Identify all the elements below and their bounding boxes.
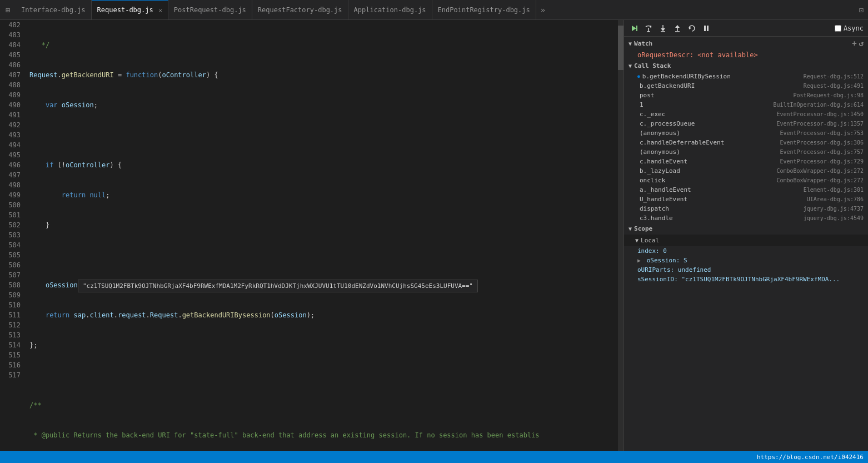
svg-marker-11	[689, 27, 691, 29]
watch-item-0: oRequestDescr: <not available>	[624, 50, 868, 60]
code-lines[interactable]: */ Request.getBackendURI = function(oCon…	[25, 20, 618, 451]
scope-local-arrow-icon: ▼	[635, 237, 638, 243]
scope-local-index: index: 0	[624, 246, 868, 256]
call-stack-item-9[interactable]: c.handleEvent EventProcessor-dbg.js:729	[624, 157, 868, 166]
tab-interface[interactable]: Interface-dbg.js	[16, 0, 92, 19]
tab-endpoint[interactable]: EndPointRegistry-dbg.js	[432, 0, 536, 19]
frame-name-11: onclick	[640, 177, 774, 184]
frame-name-4: c._exec	[640, 111, 774, 118]
frame-name-12: a._handleEvent	[640, 186, 801, 193]
async-check-input[interactable]	[835, 25, 841, 32]
frame-name-10: b._lazyLoad	[640, 167, 774, 175]
watch-add-button[interactable]: +	[852, 39, 856, 48]
call-stack-label: Call Stack	[634, 62, 671, 69]
tab-requestfactory[interactable]: RequestFactory-dbg.js	[252, 0, 348, 19]
frame-file-3: BuiltInOperation-dbg.js:614	[773, 102, 864, 108]
frame-file-13: UIArea-dbg.js:786	[807, 196, 864, 202]
variable-tooltip: "cz1TSUQ1M2FBTk9OJTNhbGRjaXF4bF9RWExfMDA…	[78, 280, 478, 292]
svg-marker-2	[650, 25, 651, 28]
tab-overflow-button[interactable]: »	[536, 6, 550, 14]
scope-section-header[interactable]: ▼ Scope	[624, 223, 868, 235]
editor-scrollbar[interactable]	[618, 20, 623, 451]
watch-section-header[interactable]: ▼ Watch + ↺	[624, 37, 868, 50]
frame-name-15: c3.handle	[640, 215, 801, 222]
async-checkbox[interactable]: Async	[835, 24, 864, 32]
call-stack-list: ● b.getBackendURIBySession Request-dbg.j…	[624, 72, 868, 223]
scrollbar-thumb[interactable]	[618, 26, 623, 70]
code-content[interactable]: 482 483 484 485 486 487 488 489 490 491 …	[0, 20, 623, 451]
frame-file-8: EventProcessor-dbg.js:757	[780, 149, 864, 155]
tab-label: Application-dbg.js	[354, 6, 426, 14]
scope-local-ssessionid: sSessionID: "cz1TSUQ1M2FBTk9OJTNhbGRjaXF…	[624, 275, 868, 284]
frame-name-8: (anonymous)	[640, 148, 777, 156]
tab-postrequest[interactable]: PostRequest-dbg.js	[168, 0, 252, 19]
frame-file-10: ComboBoxWrapper-dbg.js:272	[776, 168, 864, 174]
pause-button[interactable]	[701, 23, 712, 34]
call-stack-item-13[interactable]: U_handleEvent UIArea-dbg.js:786	[624, 195, 868, 204]
restart-button[interactable]	[686, 23, 697, 34]
call-stack-item-2[interactable]: post PostRequest-dbg.js:98	[624, 91, 868, 100]
frame-name-7: c.handleDeferrableEvent	[640, 139, 777, 146]
step-out-button[interactable]	[672, 23, 683, 34]
watch-actions: + ↺	[852, 39, 864, 48]
call-stack-item-8[interactable]: (anonymous) EventProcessor-dbg.js:757	[624, 147, 868, 157]
tab-application[interactable]: Application-dbg.js	[348, 0, 432, 19]
call-stack-item-1[interactable]: b.getBackendURI Request-dbg.js:491	[624, 81, 868, 91]
tab-bar: ⊞ Interface-dbg.js Request-dbg.js ✕ Post…	[0, 0, 868, 20]
status-bar: https://blog.csdn.net/i042416	[0, 451, 868, 463]
editor-area: 482 483 484 485 486 487 488 489 490 491 …	[0, 20, 623, 451]
call-stack-section-header[interactable]: ▼ Call Stack	[624, 60, 868, 72]
active-frame-dot: ●	[637, 74, 640, 79]
scope-label: Scope	[634, 225, 652, 232]
scope-local-osession[interactable]: ▶ oSession: S	[624, 256, 868, 265]
step-into-button[interactable]	[657, 23, 669, 34]
tab-label: PostRequest-dbg.js	[174, 6, 246, 14]
frame-file-12: Element-dbg.js:301	[804, 187, 864, 193]
frame-name-0: b.getBackendURIBySession	[642, 73, 801, 80]
debug-toolbar: Async	[624, 20, 868, 37]
frame-file-4: EventProcessor-dbg.js:1450	[776, 111, 864, 117]
scope-arrow-icon: ▼	[628, 226, 632, 232]
tab-label: Request-dbg.js	[97, 6, 153, 14]
call-stack-item-6[interactable]: (anonymous) EventProcessor-dbg.js:753	[624, 128, 868, 138]
line-numbers: 482 483 484 485 486 487 488 489 490 491 …	[0, 20, 25, 451]
watch-refresh-button[interactable]: ↺	[859, 39, 864, 48]
scope-local-header[interactable]: ▼ Local	[624, 235, 868, 246]
scope-osession-label: oSession: S	[647, 257, 687, 264]
frame-name-1: b.getBackendURI	[640, 82, 801, 89]
frame-name-2: post	[640, 92, 791, 99]
call-stack-item-15[interactable]: c3.handle jquery-dbg.js:4549	[624, 213, 868, 223]
status-url: https://blog.csdn.net/i042416	[757, 454, 864, 461]
svg-marker-0	[632, 26, 636, 31]
call-stack-item-11[interactable]: onclick ComboBoxWrapper-dbg.js:272	[624, 176, 868, 185]
frame-file-7: EventProcessor-dbg.js:306	[780, 140, 864, 146]
frame-name-6: (anonymous)	[640, 130, 777, 137]
svg-rect-1	[636, 26, 637, 31]
call-stack-item-12[interactable]: a._handleEvent Element-dbg.js:301	[624, 185, 868, 195]
frame-file-14: jquery-dbg.js:4737	[804, 206, 864, 212]
watch-arrow-icon: ▼	[628, 41, 632, 47]
call-stack-item-10[interactable]: b._lazyLoad ComboBoxWrapper-dbg.js:272	[624, 166, 868, 176]
call-stack-item-7[interactable]: c.handleDeferrableEvent EventProcessor-d…	[624, 138, 868, 147]
tab-label: EndPointRegistry-dbg.js	[438, 6, 530, 14]
step-over-button[interactable]	[643, 23, 654, 34]
frame-file-11: ComboBoxWrapper-dbg.js:272	[776, 177, 864, 183]
tab-request[interactable]: Request-dbg.js ✕	[92, 0, 168, 19]
call-stack-item-0[interactable]: ● b.getBackendURIBySession Request-dbg.j…	[624, 72, 868, 81]
frame-name-14: dispatch	[640, 205, 801, 212]
call-stack-arrow-icon: ▼	[628, 63, 632, 69]
call-stack-item-4[interactable]: c._exec EventProcessor-dbg.js:1450	[624, 109, 868, 119]
tab-label: Interface-dbg.js	[21, 6, 86, 14]
call-stack-item-14[interactable]: dispatch jquery-dbg.js:4737	[624, 204, 868, 213]
continue-button[interactable]	[628, 23, 640, 34]
frame-file-2: PostRequest-dbg.js:98	[794, 92, 864, 98]
frame-file-5: EventProcessor-dbg.js:1357	[776, 121, 864, 127]
frame-file-15: jquery-dbg.js:4549	[804, 215, 864, 221]
frame-name-13: U_handleEvent	[640, 196, 805, 203]
tab-close-button[interactable]: ✕	[159, 7, 162, 13]
call-stack-item-5[interactable]: c._processQueue EventProcessor-dbg.js:13…	[624, 119, 868, 128]
panel-icon[interactable]: ⊞	[0, 6, 16, 14]
frame-file-9: EventProcessor-dbg.js:729	[780, 158, 864, 165]
call-stack-item-3[interactable]: 1 BuiltInOperation-dbg.js:614	[624, 100, 868, 109]
tab-bar-right-icon[interactable]: ⊡	[855, 6, 868, 14]
